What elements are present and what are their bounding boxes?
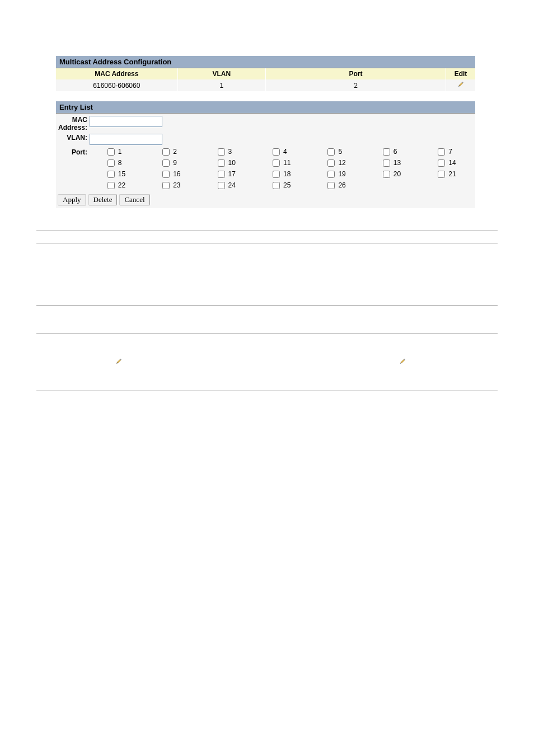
port-checkbox-18[interactable]: 18 — [255, 168, 310, 180]
port-checkbox-input[interactable] — [107, 182, 115, 189]
port-checkbox-9[interactable]: 9 — [144, 157, 199, 168]
cell-mac: 616060-606060 — [56, 79, 177, 91]
port-checkbox-input[interactable] — [327, 182, 335, 189]
port-checkbox-input[interactable] — [218, 171, 225, 178]
h-rule — [36, 391, 498, 391]
port-checkbox-24[interactable]: 24 — [200, 180, 255, 191]
port-number-label: 23 — [173, 181, 182, 189]
port-checkbox-input[interactable] — [273, 148, 280, 156]
port-checkbox-5[interactable]: 5 — [310, 146, 365, 157]
cancel-button[interactable]: Cancel — [119, 194, 149, 205]
config-row: 616060-606060 1 2 — [56, 79, 475, 91]
port-checkbox-10[interactable]: 10 — [200, 157, 255, 168]
port-checkbox-20[interactable]: 20 — [365, 168, 420, 180]
port-checkbox-input[interactable] — [383, 159, 390, 167]
port-checkbox-input[interactable] — [327, 148, 335, 156]
port-checkbox-21[interactable]: 21 — [420, 168, 475, 180]
port-number-label: 26 — [338, 181, 347, 189]
cell-port: 2 — [265, 79, 446, 91]
port-checkbox-input[interactable] — [438, 148, 445, 156]
port-checkbox-input[interactable] — [273, 159, 280, 167]
col-header-port: Port — [265, 68, 446, 79]
entry-panel-title: Entry List — [56, 101, 475, 114]
port-checkbox-8[interactable]: 8 — [90, 157, 144, 168]
vlan-label: VLAN: — [56, 132, 90, 142]
port-checkbox-input[interactable] — [273, 182, 280, 189]
port-number-label: 19 — [338, 170, 347, 178]
cell-edit — [446, 79, 475, 91]
port-label: Port: — [56, 146, 90, 156]
port-number-label: 7 — [448, 148, 457, 156]
port-number-label: 15 — [118, 170, 127, 178]
port-checkbox-input[interactable] — [162, 148, 170, 156]
pencil-icon — [399, 358, 406, 365]
port-checkbox-19[interactable]: 19 — [310, 168, 365, 180]
port-checkbox-13[interactable]: 13 — [365, 157, 420, 168]
port-number-label: 24 — [228, 181, 237, 189]
port-number-label: 20 — [394, 170, 402, 178]
delete-button[interactable]: Delete — [88, 194, 118, 205]
col-header-vlan: VLAN — [177, 68, 265, 79]
port-number-label: 21 — [448, 170, 457, 178]
port-checkbox-16[interactable]: 16 — [144, 168, 199, 180]
config-table: MAC Address VLAN Port Edit 616060-606060… — [56, 68, 475, 91]
port-number-label: 8 — [118, 159, 127, 167]
port-checkbox-7[interactable]: 7 — [420, 146, 475, 157]
port-checkbox-26[interactable]: 26 — [310, 180, 365, 191]
port-checkbox-input[interactable] — [327, 171, 335, 178]
edit-pencil-icon[interactable] — [457, 81, 465, 88]
port-checkbox-input[interactable] — [438, 159, 445, 167]
port-number-label: 12 — [338, 159, 347, 167]
port-number-label: 4 — [283, 148, 292, 156]
port-checkbox-14[interactable]: 14 — [420, 157, 475, 168]
port-number-label: 16 — [173, 170, 182, 178]
port-checkbox-input[interactable] — [218, 148, 225, 156]
port-number-label: 5 — [338, 148, 347, 156]
vlan-input[interactable] — [90, 134, 162, 145]
port-checkbox-11[interactable]: 11 — [255, 157, 310, 168]
port-checkbox-input[interactable] — [107, 159, 115, 167]
port-checkbox-22[interactable]: 22 — [90, 180, 144, 191]
port-number-label: 17 — [228, 170, 237, 178]
pencil-row — [36, 358, 498, 365]
port-number-label: 1 — [118, 148, 127, 156]
port-number-label: 3 — [228, 148, 237, 156]
col-header-mac: MAC Address — [56, 68, 177, 79]
mac-input[interactable] — [90, 116, 162, 127]
port-checkbox-input[interactable] — [107, 148, 115, 156]
apply-button[interactable]: Apply — [58, 194, 86, 205]
col-header-edit: Edit — [446, 68, 475, 79]
cell-vlan: 1 — [177, 79, 265, 91]
port-checkbox-input[interactable] — [162, 159, 170, 167]
port-checkbox-input[interactable] — [218, 182, 225, 189]
port-checkbox-4[interactable]: 4 — [255, 146, 310, 157]
port-checkbox-1[interactable]: 1 — [90, 146, 144, 157]
svg-rect-1 — [459, 82, 462, 86]
port-number-label: 14 — [448, 159, 457, 167]
port-checkbox-input[interactable] — [162, 171, 170, 178]
port-checkbox-12[interactable]: 12 — [310, 157, 365, 168]
port-checkbox-25[interactable]: 25 — [255, 180, 310, 191]
ports-container: 1234567891011121314151617181920212223242… — [90, 146, 475, 191]
port-number-label: 25 — [283, 181, 292, 189]
port-checkbox-6[interactable]: 6 — [365, 146, 420, 157]
port-checkbox-input[interactable] — [327, 159, 335, 167]
port-checkbox-input[interactable] — [438, 171, 445, 178]
port-checkbox-input[interactable] — [383, 171, 390, 178]
port-checkbox-2[interactable]: 2 — [144, 146, 199, 157]
port-checkbox-input[interactable] — [383, 148, 390, 156]
port-checkbox-15[interactable]: 15 — [90, 168, 144, 180]
port-number-label: 9 — [173, 159, 182, 167]
port-checkbox-input[interactable] — [107, 171, 115, 178]
port-checkbox-17[interactable]: 17 — [200, 168, 255, 180]
port-checkbox-input[interactable] — [273, 171, 280, 178]
svg-rect-7 — [401, 359, 404, 363]
port-checkbox-input[interactable] — [218, 159, 225, 167]
port-number-label: 13 — [394, 159, 402, 167]
svg-rect-4 — [117, 359, 120, 363]
port-checkbox-3[interactable]: 3 — [200, 146, 255, 157]
port-checkbox-input[interactable] — [162, 182, 170, 189]
mac-label: MAC Address: — [56, 114, 90, 132]
port-checkbox-23[interactable]: 23 — [144, 180, 199, 191]
entry-form: MAC Address: VLAN: Port: 123456789101112… — [56, 114, 475, 191]
